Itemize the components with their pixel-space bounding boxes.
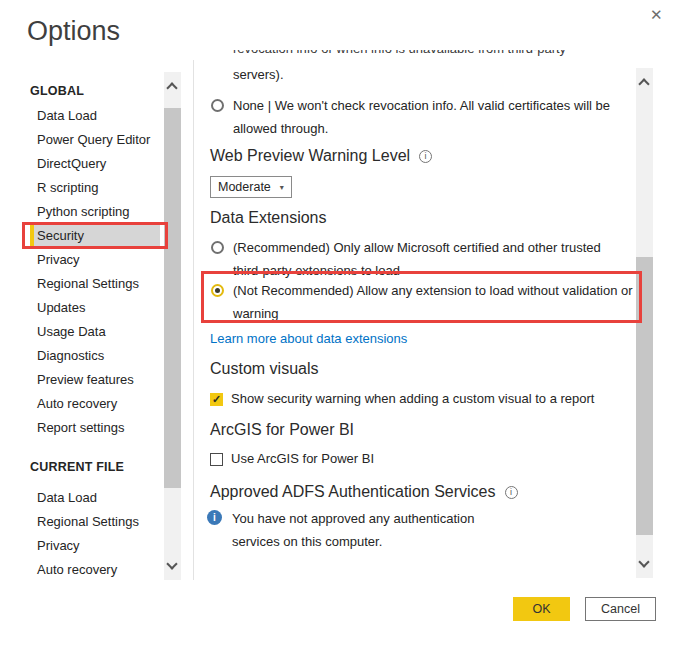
info-icon[interactable]: i [419, 150, 432, 163]
none-radio-line1: None | We won't check revocation info. A… [233, 98, 610, 113]
sidebar-item-data-load[interactable]: Data Load [28, 104, 160, 128]
learn-more-link[interactable]: Learn more about data extensions [210, 331, 407, 346]
web-preview-heading-text: Web Preview Warning Level [210, 147, 410, 165]
info-filled-icon: i [207, 510, 222, 525]
sidebar-current-file-list: Data Load Regional Settings Privacy Auto… [28, 486, 160, 582]
security-warning-checkbox[interactable]: ✓ [210, 393, 223, 406]
sidebar-scrollbar[interactable] [164, 72, 181, 580]
adfs-info-line1: You have not approved any authentication [232, 511, 474, 526]
arcgis-heading: ArcGIS for Power BI [210, 421, 354, 439]
sidebar-item-security[interactable]: Security [30, 224, 160, 248]
not-recommended-extensions-radio[interactable] [211, 284, 224, 297]
sidebar-item-directquery[interactable]: DirectQuery [28, 152, 160, 176]
adfs-heading-text: Approved ADFS Authentication Services [210, 483, 496, 501]
chevron-down-icon[interactable] [638, 556, 649, 567]
data-extensions-heading: Data Extensions [210, 209, 327, 227]
close-icon[interactable]: ✕ [644, 2, 669, 28]
none-radio-label[interactable]: None | We won't check revocation info. A… [233, 94, 674, 140]
info-icon[interactable]: i [505, 486, 518, 499]
sidebar-item-diagnostics[interactable]: Diagnostics [28, 344, 160, 368]
ok-button[interactable]: OK [513, 597, 570, 621]
security-warning-checkbox-label[interactable]: Show security warning when adding a cust… [231, 391, 594, 406]
adfs-info-text: You have not approved any authentication… [232, 507, 532, 553]
content-scrollbar-thumb[interactable] [636, 257, 653, 535]
sidebar-item-power-query-editor[interactable]: Power Query Editor [28, 128, 160, 152]
sidebar-item-r-scripting[interactable]: R scripting [28, 176, 160, 200]
sidebar-content-divider [193, 60, 194, 580]
sidebar-item-auto-recovery[interactable]: Auto recovery [28, 392, 160, 416]
certificate-text-continuation: servers). [233, 63, 284, 86]
sidebar-item-regional-settings[interactable]: Regional Settings [28, 272, 160, 296]
sidebar-section-global: GLOBAL [28, 78, 160, 104]
sidebar: GLOBAL Data Load Power Query Editor Dire… [28, 78, 160, 582]
not-recommended-extensions-label[interactable]: (Not Recommended) Allow any extension to… [233, 279, 674, 325]
recommended-extensions-label[interactable]: (Recommended) Only allow Microsoft certi… [233, 236, 674, 282]
web-preview-heading: Web Preview Warning Level i [210, 147, 432, 165]
not-recommended-line2: warning [233, 306, 279, 321]
none-radio[interactable] [211, 99, 224, 112]
adfs-info-line2: services on this computer. [232, 534, 382, 549]
dropdown-selected-value: Moderate [218, 180, 271, 194]
options-dialog: Options ✕ GLOBAL Data Load Power Query E… [0, 0, 674, 649]
sidebar-item-cf-regional-settings[interactable]: Regional Settings [28, 510, 160, 534]
sidebar-item-usage-data[interactable]: Usage Data [28, 320, 160, 344]
web-preview-level-dropdown[interactable]: Moderate ▾ [210, 176, 292, 198]
recommended-line1: (Recommended) Only allow Microsoft certi… [233, 240, 601, 255]
recommended-extensions-radio[interactable] [211, 241, 224, 254]
chevron-up-icon[interactable] [166, 82, 177, 93]
use-arcgis-checkbox[interactable] [210, 453, 223, 466]
cancel-button[interactable]: Cancel [585, 597, 656, 621]
sidebar-section-current-file: CURRENT FILE [28, 454, 160, 480]
none-radio-line2: allowed through. [233, 121, 328, 136]
sidebar-item-updates[interactable]: Updates [28, 296, 160, 320]
sidebar-item-privacy[interactable]: Privacy [28, 248, 160, 272]
page-title: Options [27, 16, 120, 47]
chevron-down-icon[interactable] [166, 558, 177, 569]
sidebar-item-cf-privacy[interactable]: Privacy [28, 534, 160, 558]
content-scrollbar[interactable] [636, 68, 653, 578]
clipped-text-line: revocation info or when info is unavaila… [233, 50, 628, 61]
chevron-down-icon: ▾ [280, 183, 284, 192]
adfs-heading: Approved ADFS Authentication Services i [210, 483, 518, 501]
sidebar-gap [28, 440, 160, 454]
sidebar-item-cf-data-load[interactable]: Data Load [28, 486, 160, 510]
sidebar-scrollbar-thumb[interactable] [164, 108, 181, 488]
chevron-up-icon[interactable] [638, 78, 649, 89]
sidebar-item-python-scripting[interactable]: Python scripting [28, 200, 160, 224]
use-arcgis-checkbox-label[interactable]: Use ArcGIS for Power BI [231, 451, 374, 466]
custom-visuals-heading: Custom visuals [210, 360, 318, 378]
recommended-line2: third-party extensions to load [233, 263, 400, 278]
sidebar-item-cf-auto-recovery[interactable]: Auto recovery [28, 558, 160, 582]
not-recommended-line1: (Not Recommended) Allow any extension to… [233, 283, 633, 298]
sidebar-item-preview-features[interactable]: Preview features [28, 368, 160, 392]
sidebar-item-report-settings[interactable]: Report settings [28, 416, 160, 440]
